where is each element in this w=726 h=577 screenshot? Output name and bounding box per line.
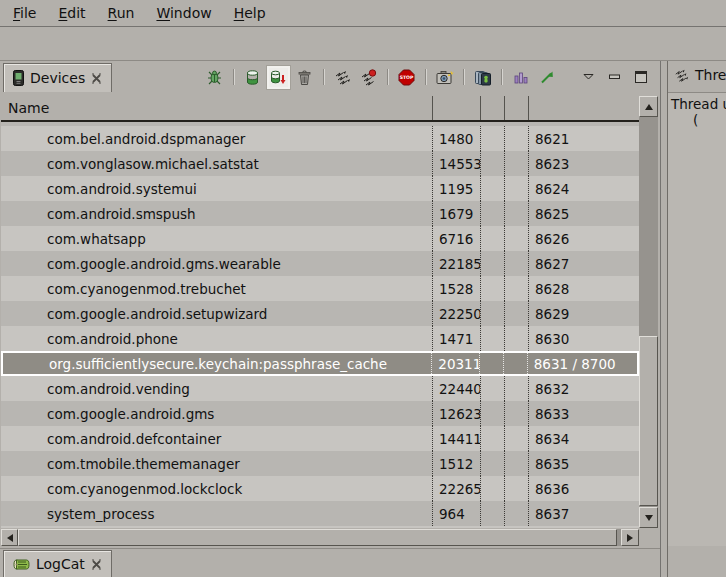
- debug-process-icon[interactable]: [205, 68, 224, 87]
- empty-cell: [504, 476, 528, 501]
- process-port-cell: 8631 / 8700: [527, 353, 637, 374]
- process-port-cell: 8636: [528, 476, 639, 501]
- device-process-table-body: com.bel.android.dspmanager 1480 8621 com…: [1, 122, 639, 528]
- table-row[interactable]: com.android.systemui 1195 8624: [1, 176, 639, 201]
- threads-message-line2: (: [668, 112, 726, 128]
- vertical-scrollbar[interactable]: [639, 96, 658, 528]
- phone-icon: [13, 70, 24, 86]
- empty-cell: [480, 276, 504, 301]
- system-info-icon[interactable]: [511, 68, 530, 87]
- update-threads-icon[interactable]: [333, 68, 352, 87]
- start-method-profiling-icon[interactable]: [359, 68, 378, 87]
- tab-devices[interactable]: Devices: [3, 63, 112, 92]
- table-row[interactable]: com.whatsapp 6716 8626: [1, 226, 639, 251]
- toolbar-separator: [387, 69, 388, 85]
- process-pid-cell: 14411: [432, 426, 480, 451]
- process-name-cell: com.android.vending: [1, 376, 432, 401]
- empty-cell: [480, 451, 504, 476]
- process-name-cell: com.vonglasow.michael.satstat: [1, 151, 432, 176]
- column-header-empty[interactable]: [504, 96, 528, 120]
- empty-cell: [504, 376, 528, 401]
- table-row[interactable]: com.bel.android.dspmanager 1480 8621: [1, 126, 639, 151]
- scroll-left-button[interactable]: [1, 529, 18, 546]
- menu-item[interactable]: Help: [223, 2, 277, 24]
- table-row[interactable]: org.sufficientlysecure.keychain:passphra…: [1, 351, 639, 376]
- table-row[interactable]: com.android.smspush 1679 8625: [1, 201, 639, 226]
- process-name-cell: org.sufficientlysecure.keychain:passphra…: [3, 353, 431, 374]
- close-icon[interactable]: [91, 559, 102, 570]
- empty-cell: [480, 426, 504, 451]
- view-menu-icon[interactable]: [579, 68, 598, 87]
- scroll-right-button[interactable]: [621, 529, 639, 546]
- empty-cell: [480, 226, 504, 251]
- column-header-pid[interactable]: [432, 96, 480, 120]
- table-row[interactable]: com.google.android.gms.wearable 22185 86…: [1, 251, 639, 276]
- empty-cell: [504, 401, 528, 426]
- toolbar-separator: [323, 69, 324, 85]
- close-icon[interactable]: [91, 73, 102, 84]
- threads-content: Thread up (: [668, 92, 726, 546]
- table-row[interactable]: com.tmobile.thememanager 1512 8635: [1, 451, 639, 476]
- empty-cell: [504, 151, 528, 176]
- table-row[interactable]: system_process 964 8637: [1, 501, 639, 526]
- toolbar-separator: [463, 69, 464, 85]
- process-port-cell: 8634: [528, 426, 639, 451]
- empty-cell: [480, 201, 504, 226]
- dump-hprof-icon[interactable]: [269, 68, 288, 87]
- empty-cell: [480, 176, 504, 201]
- horizontal-scrollbar[interactable]: [1, 529, 639, 546]
- process-port-cell: 8627: [528, 251, 639, 276]
- horizontal-scroll-thumb[interactable]: [18, 529, 617, 546]
- threads-tab-label: Threads: [695, 67, 726, 83]
- minimize-icon[interactable]: [605, 68, 624, 87]
- table-row[interactable]: com.android.defcontainer 14411 8634: [1, 426, 639, 451]
- scroll-down-button[interactable]: [639, 507, 658, 528]
- table-row[interactable]: com.cyanogenmod.trebuchet 1528 8628: [1, 276, 639, 301]
- menu-item[interactable]: Run: [97, 2, 146, 24]
- process-pid-cell: 6716: [432, 226, 480, 251]
- menu-item[interactable]: File: [2, 2, 47, 24]
- table-row[interactable]: com.cyanogenmod.lockclock 22265 8636: [1, 476, 639, 501]
- column-header-empty[interactable]: [480, 96, 504, 120]
- maximize-icon[interactable]: [631, 68, 650, 87]
- process-port-cell: 8637: [528, 501, 639, 526]
- vertical-scroll-thumb[interactable]: [639, 336, 658, 506]
- column-header-name[interactable]: Name: [1, 96, 432, 120]
- process-port-cell: 8625: [528, 201, 639, 226]
- stop-process-icon[interactable]: STOP: [397, 68, 416, 87]
- process-name-cell: com.google.android.gms: [1, 401, 432, 426]
- column-header-port[interactable]: [528, 96, 639, 120]
- process-port-cell: 8633: [528, 401, 639, 426]
- empty-cell: [480, 326, 504, 351]
- process-name-cell: com.android.systemui: [1, 176, 432, 201]
- cause-gc-icon[interactable]: [295, 68, 314, 87]
- table-row[interactable]: com.android.vending 22440 8632: [1, 376, 639, 401]
- multi-screen-capture-icon[interactable]: [473, 68, 492, 87]
- tab-threads[interactable]: Threads: [674, 67, 726, 83]
- empty-cell: [480, 401, 504, 426]
- empty-cell: [503, 353, 527, 374]
- table-row[interactable]: com.google.android.setupwizard 22250 862…: [1, 301, 639, 326]
- toolbar-separator: [233, 69, 234, 85]
- menu-item[interactable]: Window: [145, 2, 222, 24]
- tab-logcat[interactable]: LogCat: [3, 550, 112, 577]
- screen-capture-icon[interactable]: [435, 68, 454, 87]
- refresh-arrow-icon[interactable]: [537, 68, 556, 87]
- update-heap-icon[interactable]: [243, 68, 262, 87]
- process-pid-cell: 1480: [432, 126, 480, 151]
- table-row[interactable]: com.vonglasow.michael.satstat 14553 8623: [1, 151, 639, 176]
- table-row[interactable]: com.google.android.gms 12623 8633: [1, 401, 639, 426]
- process-pid-cell: 1195: [432, 176, 480, 201]
- scroll-up-button[interactable]: [639, 96, 658, 117]
- process-name-cell: com.google.android.gms.wearable: [1, 251, 432, 276]
- process-pid-cell: 14553: [432, 151, 480, 176]
- process-pid-cell: 22185: [432, 251, 480, 276]
- empty-cell: [479, 353, 503, 374]
- process-pid-cell: 1528: [432, 276, 480, 301]
- empty-cell: [504, 501, 528, 526]
- process-pid-cell: 22250: [432, 301, 480, 326]
- empty-cell: [480, 476, 504, 501]
- menu-item[interactable]: Edit: [47, 2, 96, 24]
- empty-cell: [480, 251, 504, 276]
- table-row[interactable]: com.android.phone 1471 8630: [1, 326, 639, 351]
